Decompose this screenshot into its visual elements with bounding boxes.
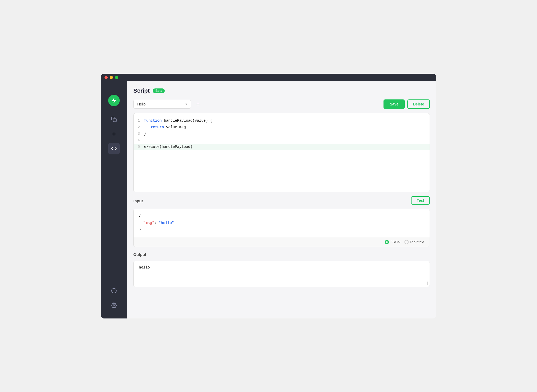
line-code-5: execute(handlePayload) (144, 144, 430, 150)
code-text-2: value.msg (166, 125, 186, 129)
code-line-5: 5 execute(handlePayload) (134, 144, 430, 150)
code-content: 1 function handlePayload(value) { 2 retu… (134, 113, 430, 192)
keyword-function: function (144, 119, 162, 123)
sidebar-bottom (108, 285, 120, 318)
line-code-4 (144, 137, 430, 144)
svg-rect-0 (113, 119, 116, 122)
page-header: Script Beta (133, 87, 430, 94)
app-logo[interactable] (108, 95, 120, 106)
chevron-down-icon: ▾ (185, 102, 187, 106)
input-footer: JSON Plaintext (134, 237, 430, 247)
sidebar-item-info[interactable] (108, 285, 120, 296)
add-script-button[interactable]: + (194, 100, 202, 109)
minimize-button[interactable] (110, 76, 113, 79)
sidebar-item-add[interactable] (108, 128, 120, 140)
line-number-4: 4 (134, 137, 144, 144)
code-line-2: 2 return value.msg (134, 124, 430, 131)
sidebar-item-copy[interactable] (108, 114, 120, 125)
code-line-1: 1 function handlePayload(value) { (134, 117, 430, 124)
code-editor[interactable]: 1 function handlePayload(value) { 2 retu… (133, 113, 430, 192)
format-plaintext-label: Plaintext (410, 240, 424, 244)
line-code-3: } (144, 131, 430, 137)
input-label: Input (133, 199, 143, 203)
sidebar-item-settings[interactable] (108, 300, 120, 311)
input-section-header: Input Test (133, 196, 430, 205)
line-number-5: 5 (134, 144, 144, 150)
json-line-3: } (139, 226, 424, 233)
keyword-return: return (151, 125, 164, 129)
main-content: Script Beta Hello ▾ + Save Delete (127, 81, 436, 318)
beta-badge: Beta (153, 88, 165, 93)
json-line-1: { (139, 213, 424, 220)
toolbar-actions: Save Delete (383, 99, 430, 109)
save-button[interactable]: Save (383, 99, 405, 109)
line-number-1: 1 (134, 117, 144, 124)
code-text-1: handlePayload(value) { (164, 119, 212, 123)
line-number-3: 3 (134, 131, 144, 137)
toolbar: Hello ▾ + Save Delete (133, 99, 430, 109)
output-value: hello (139, 265, 150, 270)
format-plaintext[interactable]: Plaintext (404, 240, 424, 244)
titlebar (101, 74, 436, 81)
script-name: Hello (137, 102, 146, 106)
line-code-2: return value.msg (144, 124, 430, 131)
script-selector[interactable]: Hello ▾ (133, 100, 191, 109)
svg-point-6 (113, 305, 115, 306)
format-json-label: JSON (391, 240, 400, 244)
test-button[interactable]: Test (411, 196, 430, 205)
line-number-2: 2 (134, 124, 144, 131)
radio-json (385, 240, 389, 244)
output-area: hello (133, 261, 430, 287)
close-button[interactable] (105, 76, 108, 79)
maximize-button[interactable] (115, 76, 118, 79)
json-line-2: "msg": "hello" (139, 220, 424, 226)
sidebar-item-code[interactable] (108, 143, 120, 154)
delete-button[interactable]: Delete (407, 99, 430, 109)
input-area[interactable]: { "msg": "hello" } JSON Plaintext (133, 209, 430, 247)
json-input: { "msg": "hello" } (134, 209, 430, 237)
line-code-1: function handlePayload(value) { (144, 117, 430, 124)
code-line-4: 4 (134, 137, 430, 144)
radio-plaintext (404, 240, 409, 244)
format-json[interactable]: JSON (385, 240, 400, 244)
page-title: Script (133, 87, 150, 94)
sidebar (101, 81, 127, 318)
code-indent-2 (144, 125, 149, 129)
code-line-3: 3 } (134, 131, 430, 137)
output-label: Output (133, 252, 430, 257)
